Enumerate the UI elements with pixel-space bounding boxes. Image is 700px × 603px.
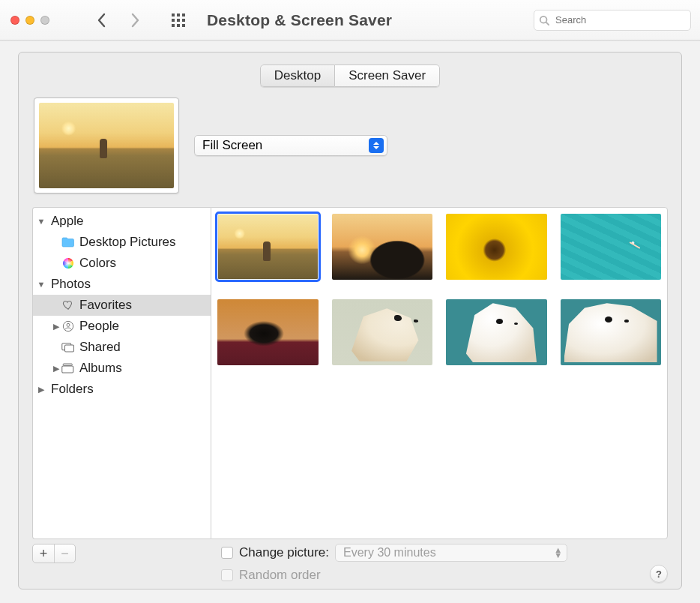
sidebar-item-favorites[interactable]: ▶Favorites — [33, 295, 211, 316]
svg-rect-8 — [182, 24, 185, 27]
sidebar-item-label: People — [79, 319, 119, 334]
current-desktop-image — [39, 103, 174, 188]
svg-rect-1 — [177, 14, 180, 16]
svg-rect-16 — [63, 364, 72, 365]
svg-line-10 — [546, 22, 549, 25]
disclosure-triangle-icon[interactable]: ▶ — [36, 385, 46, 394]
wallpaper-thumb[interactable] — [561, 214, 662, 280]
svg-point-13 — [67, 323, 70, 326]
change-picture-interval-popup[interactable]: Every 30 minutes ▲▼ — [335, 544, 567, 562]
colorwheel-icon — [61, 256, 75, 270]
fill-mode-popup[interactable]: Fill Screen — [194, 135, 387, 156]
tab-desktop[interactable]: Desktop — [260, 64, 335, 87]
svg-rect-6 — [172, 24, 175, 27]
folder-icon — [61, 236, 75, 249]
random-order-label: Random order — [239, 568, 321, 583]
sidebar-item-shared[interactable]: ▶Shared — [33, 337, 211, 358]
options-group: Change picture: Every 30 minutes ▲▼ Rand… — [221, 544, 567, 583]
svg-rect-17 — [62, 366, 73, 373]
add-remove-group: + − — [32, 544, 76, 563]
minimize-window-button[interactable] — [25, 16, 34, 25]
help-button[interactable]: ? — [650, 565, 668, 583]
wallpaper-thumb[interactable] — [332, 214, 433, 280]
change-picture-label: Change picture: — [239, 545, 329, 560]
albums-icon — [61, 362, 75, 375]
wallpaper-thumb[interactable] — [446, 214, 547, 280]
sidebar-item-albums[interactable]: ▶Albums — [33, 358, 211, 379]
wallpaper-thumb[interactable] — [561, 299, 662, 365]
add-folder-button[interactable]: + — [33, 544, 54, 562]
popup-arrows-icon: ▲▼ — [554, 548, 562, 558]
sidebar-item-people[interactable]: ▶People — [33, 316, 211, 337]
tab-screensaver[interactable]: Screen Saver — [335, 64, 440, 87]
sidebar-item-desktop-pictures[interactable]: ▶Desktop Pictures — [33, 232, 211, 253]
current-desktop-preview — [34, 98, 179, 194]
sidebar-item-label: Desktop Pictures — [79, 235, 176, 250]
search-field[interactable] — [534, 10, 691, 31]
svg-rect-3 — [172, 19, 175, 22]
sidebar-item-label: Favorites — [79, 298, 132, 313]
zoom-window-button[interactable] — [40, 16, 49, 25]
svg-rect-15 — [65, 345, 74, 352]
change-picture-interval-value: Every 30 minutes — [343, 546, 436, 560]
sidebar-item-apple[interactable]: ▼Apple — [33, 211, 211, 232]
popup-arrows-icon — [369, 138, 384, 153]
svg-point-11 — [63, 258, 73, 268]
svg-rect-2 — [182, 14, 185, 16]
wallpaper-thumb[interactable] — [332, 299, 433, 365]
close-window-button[interactable] — [10, 16, 19, 25]
disclosure-triangle-icon[interactable]: ▼ — [36, 280, 46, 289]
sidebar-item-label: Apple — [51, 214, 83, 229]
show-all-prefs-button[interactable] — [168, 9, 189, 32]
pref-pane: Desktop Screen Saver Fill Screen ▼Apple▶… — [18, 52, 682, 590]
source-sidebar[interactable]: ▼Apple▶Desktop Pictures▶ Colors▼Photos▶F… — [32, 207, 211, 539]
sidebar-item-colors[interactable]: ▶ Colors — [33, 253, 211, 274]
heart-icon — [61, 298, 75, 312]
person-icon — [61, 320, 75, 333]
forward-button[interactable] — [127, 9, 142, 32]
sidebar-item-label: Albums — [79, 361, 122, 376]
search-input[interactable] — [554, 14, 686, 26]
change-picture-checkbox[interactable] — [221, 547, 233, 559]
sidebar-item-label: Shared — [79, 340, 121, 355]
tab-bar: Desktop Screen Saver — [19, 52, 681, 87]
titlebar: Desktop & Screen Saver — [0, 0, 700, 40]
disclosure-triangle-icon[interactable]: ▶ — [51, 364, 61, 374]
preview-row: Fill Screen — [19, 87, 681, 201]
thumbnail-grid[interactable] — [211, 207, 668, 539]
search-icon — [539, 15, 549, 26]
fill-mode-value: Fill Screen — [202, 138, 262, 153]
sidebar-item-label: Folders — [51, 382, 94, 397]
disclosure-triangle-icon[interactable]: ▼ — [36, 217, 46, 226]
footer-row: + − Change picture: Every 30 minutes ▲▼ … — [19, 539, 681, 589]
source-split: ▼Apple▶Desktop Pictures▶ Colors▼Photos▶F… — [32, 207, 668, 539]
svg-rect-5 — [182, 19, 185, 22]
sidebar-item-label: Colors — [79, 256, 116, 271]
remove-folder-button[interactable]: − — [54, 544, 75, 562]
toolbar-nav — [94, 9, 189, 32]
disclosure-triangle-icon[interactable]: ▶ — [51, 322, 61, 332]
wallpaper-thumb[interactable] — [217, 299, 319, 365]
content-area: Desktop Screen Saver Fill Screen ▼Apple▶… — [0, 40, 700, 603]
window-title: Desktop & Screen Saver — [207, 11, 392, 29]
svg-rect-7 — [177, 24, 180, 27]
sidebar-item-photos[interactable]: ▼Photos — [33, 274, 211, 295]
random-order-checkbox[interactable] — [221, 569, 233, 581]
wallpaper-thumb[interactable] — [446, 299, 547, 365]
sidebar-item-label: Photos — [51, 277, 91, 292]
wallpaper-thumb[interactable] — [217, 214, 319, 280]
sidebar-item-folders[interactable]: ▶Folders — [33, 379, 211, 400]
window-controls — [10, 16, 63, 25]
shared-icon — [61, 340, 75, 354]
svg-rect-0 — [172, 14, 175, 16]
svg-rect-4 — [177, 19, 180, 22]
back-button[interactable] — [94, 9, 109, 32]
